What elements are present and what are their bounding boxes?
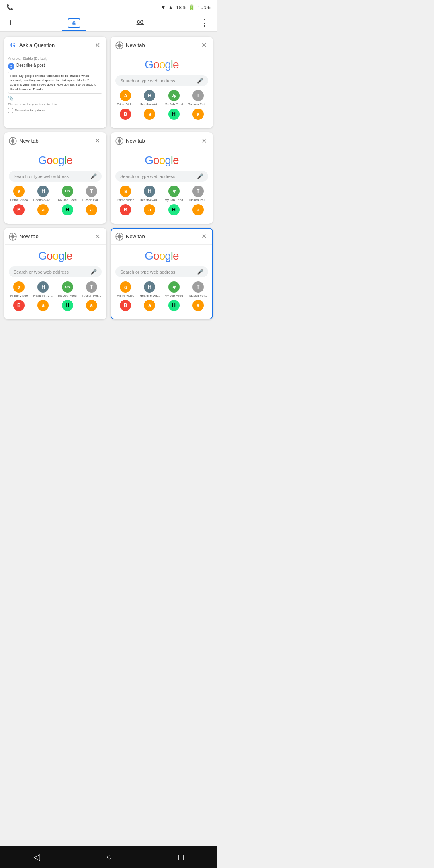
tab-close-2[interactable]: ✕ bbox=[200, 41, 208, 50]
tab-card-3[interactable]: New tab ✕ Google Search or type web addr… bbox=[4, 132, 106, 224]
search-placeholder-2: Search or type web address bbox=[120, 78, 175, 83]
search-bar-2[interactable]: Search or type web address 🎤 bbox=[115, 75, 208, 86]
shortcut-icon-tucson-3: T bbox=[86, 186, 97, 197]
mic-icon-4[interactable]: 🎤 bbox=[197, 173, 203, 179]
mic-icon-2[interactable]: 🎤 bbox=[197, 78, 203, 84]
tab-card-4[interactable]: New tab ✕ Google Search or type web addr… bbox=[111, 132, 213, 224]
tab-content-4: Google Search or type web address 🎤 a Pr… bbox=[111, 149, 212, 223]
search-bar-5[interactable]: Search or type web address 🎤 bbox=[9, 266, 102, 277]
tab-title-1: Ask a Question bbox=[19, 42, 55, 48]
shortcut-icon-bolt-2: B bbox=[120, 108, 131, 120]
tab-header-1: G Ask a Question ✕ bbox=[5, 37, 106, 53]
google-logo-6: Google bbox=[115, 250, 208, 262]
shortcut-tucson-2[interactable]: T Tucson Poli... bbox=[188, 90, 208, 106]
search-bar-6[interactable]: Search or type web address 🎤 bbox=[115, 266, 208, 277]
tab-title-2: New tab bbox=[126, 42, 145, 48]
shortcuts-row2-6: B a H a bbox=[115, 300, 208, 312]
tab-close-4[interactable]: ✕ bbox=[200, 136, 208, 145]
chrome-favicon-2 bbox=[115, 41, 123, 49]
chrome-favicon-4 bbox=[115, 137, 123, 145]
tab-title-group-6: New tab bbox=[115, 233, 200, 241]
svg-point-22 bbox=[11, 235, 14, 238]
shortcut-label-tucson-2: Tucson Poli... bbox=[188, 102, 208, 106]
tab-title-group-2: New tab bbox=[115, 41, 200, 49]
tab-close-1[interactable]: ✕ bbox=[93, 41, 102, 50]
shortcut-a3-2[interactable]: a bbox=[188, 108, 208, 121]
shortcut-icon-tucson-4: T bbox=[192, 186, 204, 197]
shortcut-icon-amazon-3: a bbox=[13, 186, 25, 197]
shortcut-icon-amazon-4: a bbox=[120, 186, 131, 197]
tab-close-5[interactable]: ✕ bbox=[93, 232, 102, 241]
shortcut-myjob-2[interactable]: Up My Job Feed bbox=[164, 90, 184, 106]
chrome-favicon-5 bbox=[9, 233, 17, 241]
tab-content-2: Google Search or type web address 🎤 a Pr… bbox=[111, 53, 212, 127]
phone-icon: 📞 bbox=[6, 4, 13, 10]
signal-icon: ▲ bbox=[168, 4, 174, 10]
shortcut-a2-2[interactable]: a bbox=[139, 108, 160, 121]
incognito-button[interactable] bbox=[135, 18, 146, 28]
shortcut-icon-a3-3: a bbox=[86, 204, 97, 215]
shortcut-icon-bolt-3: B bbox=[13, 204, 25, 215]
tab-close-6[interactable]: ✕ bbox=[200, 232, 208, 241]
shortcuts-row1-4: a Prime Video H Health-e-Ari... Up My Jo… bbox=[115, 186, 208, 202]
more-menu-button[interactable]: ⋮ bbox=[200, 18, 209, 28]
shortcuts-row2-3: B a H a bbox=[9, 204, 102, 217]
ask-textarea: Hello. My google chrome tabs used to be … bbox=[8, 72, 102, 94]
tab-title-group-5: New tab bbox=[9, 233, 93, 241]
tab-title-group-4: New tab bbox=[115, 137, 200, 145]
tab-header-3: New tab ✕ bbox=[5, 133, 106, 149]
tab-content-3: Google Search or type web address 🎤 a Pr… bbox=[5, 149, 106, 223]
battery-level: 18% bbox=[176, 4, 186, 10]
mic-icon-6[interactable]: 🎤 bbox=[197, 269, 203, 275]
tab-card-2[interactable]: New tab ✕ Google Search or type web addr… bbox=[111, 37, 213, 128]
tab-card-5[interactable]: New tab ✕ Google Search or type web addr… bbox=[4, 228, 106, 319]
shortcut-icon-myjob-4: Up bbox=[168, 186, 180, 197]
shortcut-icon-health-3: H bbox=[37, 186, 49, 197]
tab-title-6: New tab bbox=[126, 233, 145, 240]
tab-favicon-4 bbox=[115, 137, 123, 145]
status-right: ▼ ▲ 18% 🔋 10:06 bbox=[161, 4, 211, 10]
shortcut-label-myjob-2: My Job Feed bbox=[164, 102, 184, 106]
search-bar-4[interactable]: Search or type web address 🎤 bbox=[115, 171, 208, 182]
status-left: 📞 bbox=[6, 4, 13, 10]
search-placeholder-4: Search or type web address bbox=[120, 174, 175, 179]
shortcut-hulu-2[interactable]: H bbox=[164, 108, 184, 121]
tab-favicon-1: G bbox=[9, 41, 17, 49]
shortcuts-row1-5: a Prime Video H Health-e-Ari... Up My Jo… bbox=[9, 281, 102, 297]
tab-content-5: Google Search or type web address 🎤 a Pr… bbox=[5, 245, 106, 319]
shortcut-prime-2[interactable]: a Prime Video bbox=[115, 90, 136, 106]
google-text-6: Google bbox=[145, 250, 178, 262]
tab-favicon-5 bbox=[9, 233, 17, 241]
shortcut-icon-tucson-2: T bbox=[192, 90, 204, 101]
svg-point-28 bbox=[118, 235, 121, 238]
search-bar-3[interactable]: Search or type web address 🎤 bbox=[9, 171, 102, 182]
tab-count-button[interactable]: 6 bbox=[68, 18, 80, 28]
add-tab-button[interactable]: + bbox=[8, 18, 13, 28]
shortcut-health-2[interactable]: H Health-e-Ari... bbox=[139, 90, 160, 106]
subscribe-checkbox-row: Subscribe to updates... bbox=[8, 108, 102, 113]
shortcut-icon-a2-2: a bbox=[144, 108, 155, 120]
shortcut-icon-a2-3: a bbox=[37, 204, 49, 215]
shortcut-myjob-3[interactable]: Up My Job Feed bbox=[57, 186, 78, 202]
tab-close-3[interactable]: ✕ bbox=[93, 136, 102, 145]
google-logo-3: Google bbox=[9, 154, 102, 167]
tabs-grid-container: G Ask a Question ✕ Android, Stable (Defa… bbox=[0, 32, 217, 352]
step-badge: 3 bbox=[8, 63, 14, 70]
tab-card-6[interactable]: New tab ✕ Google Search or type web addr… bbox=[111, 228, 213, 319]
shortcut-icon-myjob-3: Up bbox=[62, 186, 73, 197]
shortcut-prime-3[interactable]: a Prime Video bbox=[9, 186, 29, 202]
tab-content-6: Google Search or type web address 🎤 a Pr… bbox=[111, 245, 212, 319]
tab-header-5: New tab ✕ bbox=[5, 229, 106, 245]
subscribe-checkbox[interactable] bbox=[8, 108, 13, 113]
incognito-icon-svg bbox=[135, 18, 146, 28]
shortcut-health-3[interactable]: H Health-e-Ari... bbox=[33, 186, 53, 202]
mic-icon-3[interactable]: 🎤 bbox=[90, 173, 97, 179]
battery-icon: 🔋 bbox=[188, 4, 195, 10]
google-logo-4: Google bbox=[115, 154, 208, 167]
mic-icon-5[interactable]: 🎤 bbox=[90, 269, 97, 275]
tab-card-1[interactable]: G Ask a Question ✕ Android, Stable (Defa… bbox=[4, 37, 106, 128]
shortcut-b-2[interactable]: B bbox=[115, 108, 136, 121]
shortcut-icon-myjob-2: Up bbox=[168, 90, 180, 101]
shortcut-tucson-3[interactable]: T Tucson Poli... bbox=[81, 186, 102, 202]
shortcut-icon-hulu-2: H bbox=[168, 108, 180, 120]
